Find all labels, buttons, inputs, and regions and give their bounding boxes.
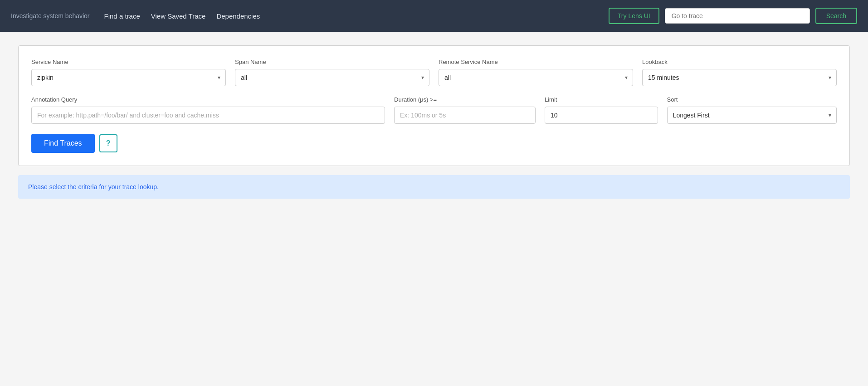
service-name-label: Service Name <box>31 59 226 65</box>
span-name-group: Span Name all ▾ <box>235 59 429 86</box>
help-button[interactable]: ? <box>99 134 117 152</box>
search-card: Service Name zipkin ▾ Span Name all ▾ <box>18 45 850 166</box>
duration-label: Duration (μs) >= <box>394 96 536 103</box>
sort-select[interactable]: Longest First Shortest First Newest Firs… <box>667 107 837 124</box>
lookback-label: Lookback <box>642 59 837 65</box>
span-name-select[interactable]: all <box>235 69 429 86</box>
nav-dependencies[interactable]: Dependencies <box>216 12 260 20</box>
lookback-select-wrapper: 15 minutes 30 minutes 1 hour 2 hours 6 h… <box>642 69 837 86</box>
service-name-select[interactable]: zipkin <box>31 69 226 86</box>
sort-select-wrapper: Longest First Shortest First Newest Firs… <box>667 107 837 124</box>
remote-service-group: Remote Service Name all ▾ <box>439 59 633 86</box>
form-row-1: Service Name zipkin ▾ Span Name all ▾ <box>31 59 837 86</box>
info-banner: Please select the criteria for your trac… <box>18 175 850 199</box>
service-name-select-wrapper: zipkin ▾ <box>31 69 226 86</box>
form-row-2: Annotation Query Duration (μs) >= Limit … <box>31 96 837 124</box>
header-right: Try Lens UI Search <box>609 8 857 24</box>
main-content: Service Name zipkin ▾ Span Name all ▾ <box>0 32 868 212</box>
header-nav: Find a trace View Saved Trace Dependenci… <box>104 12 594 20</box>
lookback-group: Lookback 15 minutes 30 minutes 1 hour 2 … <box>642 59 837 86</box>
nav-saved-trace[interactable]: View Saved Trace <box>151 12 206 20</box>
remote-service-select[interactable]: all <box>439 69 633 86</box>
lookback-select[interactable]: 15 minutes 30 minutes 1 hour 2 hours 6 h… <box>642 69 837 86</box>
try-lens-button[interactable]: Try Lens UI <box>609 8 659 24</box>
limit-input[interactable] <box>545 107 658 124</box>
span-name-label: Span Name <box>235 59 429 65</box>
duration-input[interactable] <box>394 107 536 124</box>
remote-service-select-wrapper: all ▾ <box>439 69 633 86</box>
header: Investigate system behavior Find a trace… <box>0 0 868 32</box>
annotation-query-group: Annotation Query <box>31 96 385 124</box>
remote-service-label: Remote Service Name <box>439 59 633 65</box>
investigate-label: Investigate system behavior <box>11 12 90 20</box>
sort-label: Sort <box>667 96 837 103</box>
buttons-row: Find Traces ? <box>31 134 837 153</box>
search-button[interactable]: Search <box>815 8 857 24</box>
limit-group: Limit <box>545 96 658 124</box>
service-name-group: Service Name zipkin ▾ <box>31 59 226 86</box>
annotation-query-label: Annotation Query <box>31 96 385 103</box>
find-traces-button[interactable]: Find Traces <box>31 134 95 153</box>
duration-group: Duration (μs) >= <box>394 96 536 124</box>
span-name-select-wrapper: all ▾ <box>235 69 429 86</box>
limit-label: Limit <box>545 96 658 103</box>
nav-find-trace[interactable]: Find a trace <box>104 12 140 20</box>
info-message: Please select the criteria for your trac… <box>28 183 159 191</box>
annotation-query-input[interactable] <box>31 107 385 124</box>
sort-group: Sort Longest First Shortest First Newest… <box>667 96 837 124</box>
goto-trace-input[interactable] <box>665 8 810 24</box>
question-mark-icon: ? <box>106 139 111 147</box>
